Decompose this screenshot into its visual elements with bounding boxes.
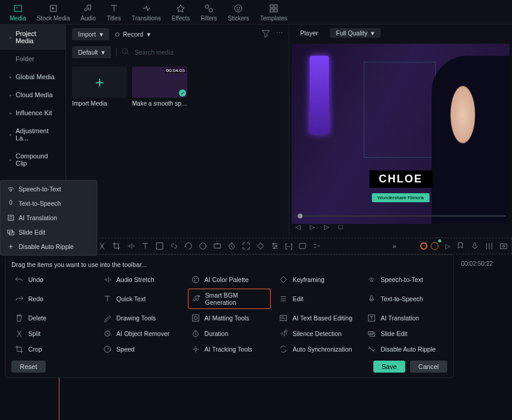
quality-dropdown[interactable]: Full Quality ▾ (330, 28, 381, 38)
text-icon[interactable] (141, 242, 149, 250)
tool-item-delete[interactable]: Delete (11, 311, 95, 325)
tool-item-text-to-speech[interactable]: Text-to-Speech (364, 289, 447, 309)
ctx-item-ai-translation[interactable]: AI Translation (1, 211, 97, 225)
sidebar-item-global-media[interactable]: ▸Global Media (0, 68, 65, 86)
tool-item-crop[interactable]: Crop (11, 343, 95, 356)
sliders-icon[interactable] (271, 242, 279, 250)
search-input[interactable] (134, 49, 283, 56)
import-media-tile[interactable]: + (72, 67, 127, 98)
tool-item-quick-text[interactable]: Quick Text (100, 289, 183, 309)
tool-item-drawing-tools[interactable]: Drawing Tools (100, 311, 183, 325)
filter-icon[interactable] (262, 29, 270, 39)
top-tab-stock-media[interactable]: Stock Media (37, 4, 70, 22)
svg-point-3 (205, 5, 209, 8)
video-preview[interactable]: CHLOE Wondershare Filmora (292, 44, 510, 224)
bracket-icon[interactable]: [··] (285, 242, 292, 250)
more-icon[interactable]: ⋯ (276, 29, 283, 39)
sidebar-item-cloud-media[interactable]: ▸Cloud Media (0, 86, 65, 104)
audio-stretch-icon[interactable] (127, 242, 135, 250)
tool-item-redo[interactable]: Redo (11, 289, 95, 309)
more-tools-icon[interactable]: » (393, 242, 396, 250)
tool-item-undo[interactable]: Undo (11, 273, 95, 286)
clip-duration: 00:04:03 (165, 68, 186, 73)
ctx-label: Disable Auto Ripple (19, 243, 74, 250)
tool-item-smart-bgm-generation[interactable]: Smart BGM Generation (188, 289, 271, 309)
top-tab-templates[interactable]: Templates (260, 4, 288, 22)
top-tab-stickers[interactable]: Stickers (228, 4, 250, 22)
tool-item-ai-color-palette[interactable]: AI Color Palette (188, 273, 271, 286)
tool-item-auto-synchronization[interactable]: Auto Synchronization (276, 343, 359, 356)
ctx-item-speech-to-text[interactable]: Speech-to-Text (1, 182, 97, 196)
tool-item-edit[interactable]: Edit (276, 289, 359, 309)
reset-button[interactable]: Reset (11, 361, 46, 373)
rotate-icon[interactable] (184, 242, 193, 250)
chevron-right-icon: ▸ (10, 110, 12, 116)
track-icon[interactable] (313, 242, 321, 250)
prev-frame-icon[interactable]: ◁ (295, 223, 300, 231)
top-tab-audio[interactable]: Audio (80, 4, 96, 22)
tool-item-audio-stretch[interactable]: Audio Stretch (100, 273, 183, 286)
sidebar-label: Project Media (16, 30, 56, 44)
tool-item-split[interactable]: Split (11, 327, 95, 340)
stop-icon[interactable]: □ (339, 223, 343, 231)
tool-item-ai-matting-tools[interactable]: AI Matting Tools (188, 311, 271, 325)
tool-item-ai-text-based-editing[interactable]: AI Text Based Editing (276, 311, 359, 325)
ai-button[interactable] (420, 241, 439, 251)
sidebar-item-project-media[interactable]: ▸Project Media (0, 25, 65, 50)
tool-label: Text-to-Speech (381, 295, 423, 302)
tool-label: Crop (28, 346, 42, 353)
chevron-right-icon: ▸ (10, 92, 12, 98)
sidebar-item-compound-clip[interactable]: ▸Compound Clip (0, 147, 65, 172)
frame-icon[interactable] (298, 242, 307, 250)
sidebar-item-influence-kit[interactable]: ▸Influence Kit (0, 104, 65, 122)
play-icon[interactable]: ▷ (324, 223, 329, 231)
tool-item-speech-to-text[interactable]: Speech-to-Text (364, 273, 447, 286)
fit-icon[interactable] (242, 242, 250, 250)
tool-item-speed[interactable]: Speed (100, 343, 183, 356)
save-button[interactable]: Save (373, 361, 405, 373)
record-dropdown[interactable]: Record ▾ (115, 31, 151, 38)
mic-icon[interactable] (471, 242, 479, 250)
tool-item-duration[interactable]: Duration (188, 327, 271, 340)
split-icon[interactable] (98, 242, 106, 250)
play-timeline-icon[interactable]: ▷ (445, 242, 450, 250)
tool-item-ai-translation[interactable]: AI Translation (364, 311, 447, 325)
sort-dropdown[interactable]: Default ▾ (72, 46, 111, 58)
export-frame-icon[interactable] (213, 242, 221, 250)
link-icon[interactable] (170, 242, 178, 250)
svg-point-32 (502, 245, 505, 248)
ctx-item-disable-auto-ripple[interactable]: Disable Auto Ripple (1, 239, 97, 254)
import-dropdown[interactable]: Import ▾ (72, 28, 109, 40)
next-frame-icon[interactable]: ▷ (310, 223, 315, 231)
scrubber[interactable] (295, 215, 506, 217)
tool-item-ai-object-remover[interactable]: AI Object Remover (100, 327, 183, 340)
top-tab-media[interactable]: Media (10, 4, 26, 22)
tool-item-slide-edit[interactable]: Slide Edit (364, 327, 447, 340)
svg-rect-8 (270, 5, 273, 8)
snapshot-icon[interactable] (499, 242, 508, 250)
adjust-icon[interactable] (155, 242, 164, 250)
sidebar-item-folder[interactable]: Folder (0, 50, 65, 68)
media-clip-tile[interactable]: 00:04:03 ✓ (132, 67, 187, 98)
tool-item-disable-auto-ripple[interactable]: Disable Auto Ripple (364, 343, 447, 356)
top-tab-effects[interactable]: Effects (172, 4, 190, 22)
tool-item-silence-detection[interactable]: Silence Detection (276, 327, 359, 340)
sidebar-item-adjustment-la-[interactable]: ▸Adjustment La... (0, 122, 65, 147)
top-tab-titles[interactable]: Titles (107, 4, 121, 22)
tool-item-keyframing[interactable]: Keyframing (276, 273, 359, 286)
top-tab-filters[interactable]: Filters (200, 4, 217, 22)
ctx-item-slide-edit[interactable]: Slide Edit (1, 225, 97, 239)
crop-icon[interactable] (112, 242, 121, 250)
ctx-item-text-to-speech[interactable]: Text-to-Speech (1, 196, 97, 211)
marker-icon[interactable] (456, 242, 465, 250)
duration-icon[interactable] (227, 242, 236, 250)
cancel-button[interactable]: Cancel (410, 361, 447, 373)
tool-item-ai-tracking-tools[interactable]: AI Tracking Tools (188, 343, 271, 356)
svg-rect-11 (274, 9, 277, 12)
player-tab[interactable]: Player (295, 28, 323, 38)
keyframe-icon[interactable] (256, 242, 265, 250)
color-icon[interactable] (199, 242, 207, 250)
mixer-icon[interactable] (485, 242, 493, 250)
top-tab-transitions[interactable]: Transitions (131, 4, 161, 22)
tool-label: Split (28, 330, 40, 337)
